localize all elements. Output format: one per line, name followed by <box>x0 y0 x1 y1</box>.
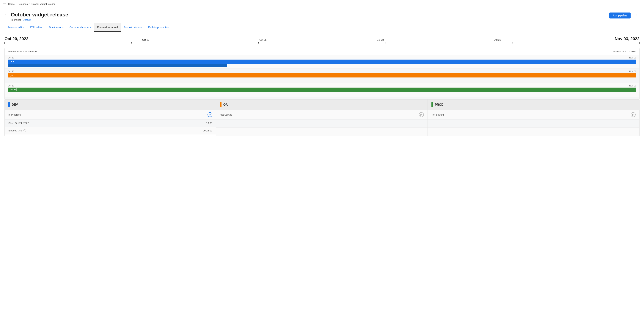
card-dev-title: DEV <box>12 103 18 106</box>
tab-planned-vs-actual[interactable]: Planned vs actual <box>94 23 121 32</box>
page-header: ← October widget release In project: Def… <box>0 8 644 23</box>
card-qa-header: QA <box>216 99 428 110</box>
card-qa-empty-2 <box>216 128 428 136</box>
prod-color-bar <box>432 102 433 107</box>
tab-path-to-production[interactable]: Path to production <box>145 23 172 32</box>
timeline-start-date: Oct 20, 2022 <box>4 36 28 41</box>
page-title: October widget release <box>11 12 68 18</box>
gantt-prod-start: Oct 20 <box>8 84 14 87</box>
tab-dsl-editor[interactable]: DSL editor <box>27 23 46 32</box>
cards-section: DEV In Progress ↻ Start: Oct 24, 2022 10… <box>4 99 640 136</box>
timeline-dates-row: Oct 20, 2022 Oct 22 Oct 25 Oct 28 Oct 31… <box>4 36 640 42</box>
card-dev: DEV In Progress ↻ Start: Oct 24, 2022 10… <box>5 99 216 136</box>
card-qa-status-icon[interactable]: ▶ <box>419 112 424 117</box>
gantt-qa-end: Nov 03 <box>629 70 636 73</box>
gantt-qa-start: Oct 20 <box>8 70 14 73</box>
run-pipeline-button[interactable]: Run pipeline <box>609 13 630 19</box>
timeline-end-date: Nov 03, 2022 <box>615 36 640 41</box>
card-prod-status-row: Not Started ▶ <box>428 110 639 119</box>
card-qa: QA Not Started ▶ <box>216 99 428 136</box>
gantt-bar-dev-actual <box>8 64 228 67</box>
gantt-container: Planned vs Actual Timeline Delivery: Nov… <box>4 48 640 99</box>
card-qa-status-row: Not Started ▶ <box>216 110 428 119</box>
gantt-delivery-date: Delivery: Nov 03, 2022 <box>612 50 636 53</box>
card-dev-elapsed-value: 00:26:00 <box>203 129 212 132</box>
timeline-line-container <box>4 42 640 45</box>
hamburger-icon[interactable]: ☰ <box>3 2 6 6</box>
dev-color-bar <box>8 102 10 107</box>
tab-release-editor[interactable]: Release editor <box>4 23 27 32</box>
gantt-header: Planned vs Actual Timeline Delivery: Nov… <box>5 48 639 55</box>
top-bar: ☰ Home / Releases / October widget relea… <box>0 0 644 8</box>
breadcrumb-releases[interactable]: Releases <box>18 3 28 6</box>
chevron-down-icon: ▾ <box>90 26 91 28</box>
project-subtitle-prefix: In project: <box>11 19 22 21</box>
card-prod-empty-2 <box>428 128 639 136</box>
card-qa-title: QA <box>223 103 228 106</box>
page-header-right: Run pipeline ⋮ <box>609 13 640 19</box>
card-dev-elapsed-row: Elapsed time ? 00:26:00 <box>5 127 216 134</box>
gantt-bar-qa-planned: QA <box>8 73 636 77</box>
project-link[interactable]: Default <box>23 19 30 21</box>
help-icon-dev[interactable]: ? <box>24 129 26 132</box>
gantt-row-dev: Oct 20 Nov 03 DEV <box>5 55 639 69</box>
gantt-bar-dev-planned: DEV <box>8 60 636 64</box>
card-dev-status-icon[interactable]: ↻ <box>208 112 212 117</box>
back-arrow[interactable]: ← <box>4 12 8 17</box>
more-options-button[interactable]: ⋮ <box>633 13 640 19</box>
card-dev-status-text: In Progress <box>8 113 21 116</box>
timeline-tick-oct22: Oct 22 <box>142 39 149 41</box>
timeline-outer: Oct 20, 2022 Oct 22 Oct 25 Oct 28 Oct 31… <box>0 32 644 45</box>
tabs-bar: Release editor DSL editor Pipeline runs … <box>0 23 644 32</box>
card-dev-start-value: 10:39 <box>206 122 212 124</box>
card-qa-empty-1 <box>216 119 428 128</box>
card-prod-title: PROD <box>435 103 444 106</box>
gantt-dev-start: Oct 20 <box>8 56 14 59</box>
timeline-tick-oct28: Oct 28 <box>377 39 384 41</box>
card-prod: PROD Not Started ▶ <box>428 99 639 136</box>
card-prod-header: PROD <box>428 99 639 110</box>
card-dev-start-label: Start: Oct 24, 2022 <box>8 122 29 124</box>
qa-color-bar <box>220 102 222 107</box>
card-qa-status-text: Not Started <box>220 113 232 116</box>
gantt-row-qa: Oct 20 Nov 03 QA <box>5 69 639 83</box>
gantt-bar-prod-planned: PROD <box>8 88 636 92</box>
gantt-header-title: Planned vs Actual Timeline <box>8 50 36 53</box>
gantt-row-prod: Oct 20 Nov 03 PROD <box>5 83 639 97</box>
gantt-dev-end: Nov 03 <box>629 56 636 59</box>
card-dev-elapsed-label: Elapsed time <box>8 129 22 132</box>
timeline-tick-oct31: Oct 31 <box>494 39 501 41</box>
tab-command-center[interactable]: Command center ▾ <box>66 23 94 32</box>
timeline-tick-oct25: Oct 25 <box>259 39 266 41</box>
breadcrumb: Home / Releases / October widget release <box>8 3 56 6</box>
card-dev-start-row: Start: Oct 24, 2022 10:39 <box>5 119 216 127</box>
breadcrumb-home[interactable]: Home <box>8 3 15 6</box>
card-prod-empty-1 <box>428 119 639 128</box>
breadcrumb-current: October widget release <box>30 3 56 6</box>
gantt-prod-end: Nov 03 <box>629 84 636 87</box>
chevron-down-icon-2: ▾ <box>141 26 142 28</box>
tab-pipeline-runs[interactable]: Pipeline runs <box>46 23 66 32</box>
tab-portfolio-views[interactable]: Portfolio views ▾ <box>121 23 145 32</box>
page-header-left: ← October widget release In project: Def… <box>4 12 68 21</box>
breadcrumb-sep-2: / <box>29 3 30 6</box>
breadcrumb-sep-1: / <box>16 3 16 6</box>
card-dev-status-row: In Progress ↻ <box>5 110 216 119</box>
card-prod-status-text: Not Started <box>432 113 444 116</box>
card-dev-header: DEV <box>5 99 216 110</box>
card-prod-status-icon[interactable]: ▶ <box>631 112 636 117</box>
